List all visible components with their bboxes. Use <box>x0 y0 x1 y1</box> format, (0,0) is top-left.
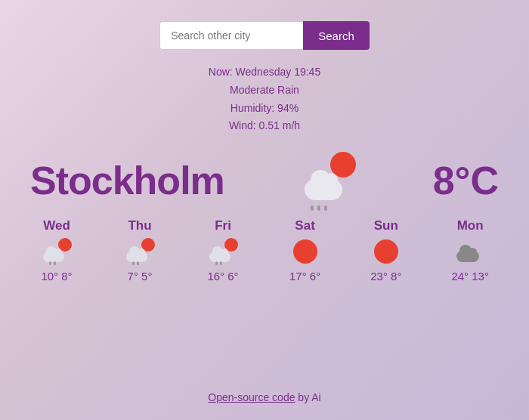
day-label-thu: Thu <box>128 218 151 233</box>
forecast-day-sat: Sat 17° 6° <box>289 218 320 283</box>
forecast-day-sun: Sun 23° 8° <box>370 218 401 283</box>
forecast-icon-sun <box>374 239 398 264</box>
search-input[interactable] <box>159 21 303 50</box>
current-wind: Wind: 0.51 m/h <box>209 117 320 135</box>
main-section: Stockholm 8°C <box>0 150 529 211</box>
search-bar: Search <box>159 21 370 50</box>
day-temp-mon: 24° 13° <box>451 270 489 283</box>
forecast-day-mon: Mon 24° 13° <box>451 218 489 283</box>
cloud-icon <box>305 179 342 200</box>
open-source-link[interactable]: Open-source code <box>208 391 295 403</box>
forecast-icon-sat <box>293 239 317 264</box>
forecast-icon-thu <box>123 238 156 265</box>
day-label-sun: Sun <box>374 218 398 233</box>
day-temp-sat: 17° 6° <box>289 270 320 283</box>
day-temp-wed: 10° 8° <box>41 270 72 283</box>
forecast-day-wed: Wed 10° 8° <box>40 218 73 283</box>
forecast-day-fri: Fri 16° 6° <box>206 218 240 283</box>
city-name: Stockholm <box>30 158 224 203</box>
rain-icon <box>311 205 327 211</box>
day-label-fri: Fri <box>215 218 231 233</box>
day-label-mon: Mon <box>457 218 484 233</box>
day-label-sat: Sat <box>295 218 314 233</box>
day-temp-sun: 23° 8° <box>370 270 401 283</box>
current-condition: Moderate Rain <box>209 82 320 100</box>
main-weather-icon <box>299 150 359 211</box>
forecast-day-thu: Thu 7° 5° <box>123 218 156 283</box>
day-label-wed: Wed <box>43 218 70 233</box>
main-temperature: 8°C <box>433 158 499 203</box>
day-temp-fri: 16° 6° <box>207 270 238 283</box>
current-weather-info: Now: Wednesday 19:45 Moderate Rain Humid… <box>209 63 320 135</box>
day-temp-thu: 7° 5° <box>128 270 153 283</box>
footer: Open-source code by Ai <box>208 391 320 403</box>
footer-suffix: by Ai <box>295 391 320 403</box>
current-humidity: Humidity: 94% <box>209 100 320 118</box>
search-button[interactable]: Search <box>303 21 370 50</box>
forecast-section: Wed 10° 8° Thu 7° 5° Fri 16° 6° Sat 17° … <box>0 218 529 283</box>
forecast-icon-wed <box>40 238 73 265</box>
forecast-icon-mon <box>453 238 487 265</box>
forecast-icon-fri <box>206 238 240 265</box>
current-datetime: Now: Wednesday 19:45 <box>209 63 320 82</box>
